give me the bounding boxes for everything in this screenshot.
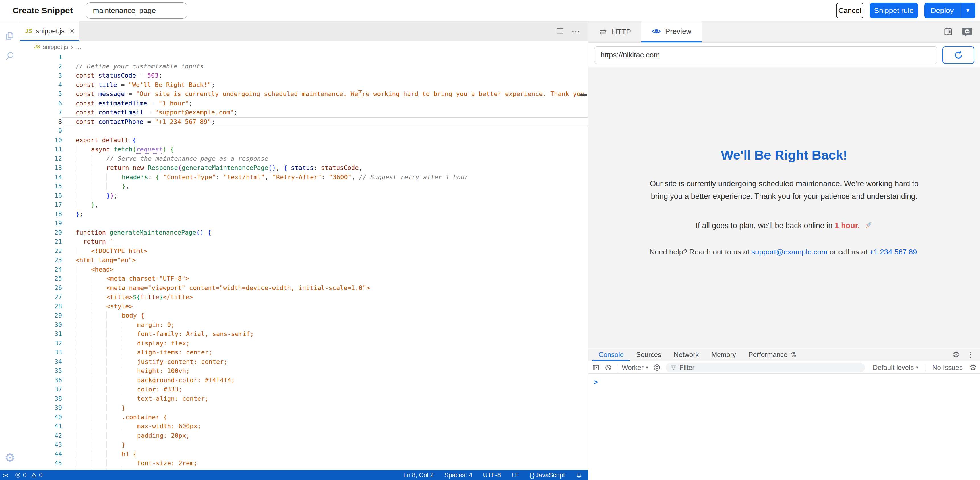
breadcrumb-more[interactable]: …: [76, 43, 82, 50]
code-line-22[interactable]: 22 <!DOCTYPE html>: [20, 247, 588, 256]
code-line-44[interactable]: 44 h1 {: [20, 450, 588, 459]
code-line-9[interactable]: 9: [20, 127, 588, 136]
line-number: 38: [20, 394, 62, 404]
code-line-14[interactable]: 14 headers: { "Content-Type": "text/html…: [20, 173, 588, 182]
code-line-31[interactable]: 31 font-family: Arial, sans-serif;: [20, 330, 588, 339]
discord-icon[interactable]: [962, 27, 973, 36]
tab-network[interactable]: Network: [667, 348, 705, 361]
language-label: JavaScript: [536, 472, 565, 479]
code-line-1[interactable]: 1: [20, 52, 588, 62]
code-line-8[interactable]: 8const contactPhone = "+1 234 567 89";: [20, 117, 588, 127]
code-line-13[interactable]: 13 return new Response(generateMaintenan…: [20, 163, 588, 173]
breadcrumb-file[interactable]: snippet.js: [43, 43, 68, 50]
tab-sources[interactable]: Sources: [630, 348, 667, 361]
tab-console[interactable]: Console: [592, 348, 630, 361]
breadcrumb-separator: ›: [71, 43, 73, 50]
settings-gear-icon[interactable]: ⚙: [5, 452, 15, 464]
code-line-39[interactable]: 39 }: [20, 403, 588, 413]
code-area[interactable]: 12// Define your customizable inputs3con…: [20, 52, 588, 470]
cancel-button[interactable]: Cancel: [836, 3, 864, 19]
more-actions-icon[interactable]: ⋯: [572, 27, 581, 36]
code-line-32[interactable]: 32 display: flex;: [20, 339, 588, 348]
code-line-11[interactable]: 11 async fetch(request) {: [20, 145, 588, 154]
snippet-rule-button[interactable]: Snippet rule: [870, 3, 918, 19]
files-icon[interactable]: [4, 29, 16, 42]
eol-setting[interactable]: LF: [512, 472, 519, 479]
code-line-40[interactable]: 40 .container {: [20, 413, 588, 422]
live-expression-eye-icon[interactable]: [653, 363, 661, 372]
code-line-26[interactable]: 26 <meta name="viewport" content="width=…: [20, 284, 588, 293]
code-line-30[interactable]: 30 margin: 0;: [20, 320, 588, 330]
code-line-29[interactable]: 29 body {: [20, 311, 588, 320]
editor-scrollbar-thumb[interactable]: [579, 94, 587, 96]
cursor-position[interactable]: Ln 8, Col 2: [403, 472, 433, 479]
support-email-link[interactable]: support@example.com: [751, 248, 827, 256]
snippet-name-input[interactable]: [86, 2, 187, 19]
refresh-button[interactable]: [942, 46, 974, 64]
code-line-41[interactable]: 41 max-width: 600px;: [20, 422, 588, 431]
code-line-33[interactable]: 33 align-items: center;: [20, 348, 588, 357]
tab-snippet-js[interactable]: JS snippet.js ×: [20, 21, 79, 41]
devtools-settings-icon[interactable]: ⚙: [952, 351, 959, 359]
problems-counter[interactable]: 0 0: [14, 472, 43, 479]
tab-performance[interactable]: Performance ⚗: [742, 348, 803, 361]
clear-console-icon[interactable]: [605, 364, 612, 372]
console-output[interactable]: >: [589, 374, 980, 480]
code-line-23[interactable]: 23<html lang="en">: [20, 256, 588, 265]
console-settings-icon[interactable]: ⚙: [969, 364, 977, 372]
code-line-28[interactable]: 28 <style>: [20, 302, 588, 311]
issues-counter[interactable]: No Issues: [932, 364, 963, 372]
deploy-dropdown-button[interactable]: ▾: [960, 3, 975, 19]
code-line-6[interactable]: 6const estimatedTime = "1 hour";: [20, 99, 588, 108]
code-line-15[interactable]: 15 },: [20, 182, 588, 191]
code-line-36[interactable]: 36 background-color: #f4f4f4;: [20, 376, 588, 385]
remote-indicator-icon[interactable]: ><: [3, 472, 7, 478]
code-line-5[interactable]: 5const message = "Our site is currently …: [20, 89, 588, 99]
code-line-34[interactable]: 34 justify-content: center;: [20, 357, 588, 367]
code-line-19[interactable]: 19: [20, 219, 588, 228]
code-line-7[interactable]: 7const contactEmail = "support@example.c…: [20, 108, 588, 117]
search-icon[interactable]: [4, 50, 16, 62]
log-levels-dropdown[interactable]: Default levels ▾: [873, 364, 918, 372]
breadcrumb[interactable]: JS snippet.js › …: [20, 41, 588, 52]
language-mode[interactable]: { } JavaScript: [530, 472, 565, 479]
tab-close-icon[interactable]: ×: [70, 27, 74, 35]
preview-url-input[interactable]: [594, 46, 937, 64]
tab-memory[interactable]: Memory: [705, 348, 742, 361]
deploy-button[interactable]: Deploy: [924, 3, 960, 19]
code-line-16[interactable]: 16 });: [20, 191, 588, 201]
console-prompt-chevron[interactable]: >: [593, 378, 598, 386]
devtools-menu-icon[interactable]: ⋮: [967, 350, 974, 359]
console-sidebar-toggle-icon[interactable]: [592, 364, 600, 372]
code-line-21[interactable]: 21 return `: [20, 237, 588, 247]
code-line-42[interactable]: 42 padding: 20px;: [20, 431, 588, 440]
tab-preview[interactable]: Preview: [641, 21, 702, 42]
indentation-setting[interactable]: Spaces: 4: [444, 472, 473, 479]
split-editor-icon[interactable]: [556, 27, 564, 35]
code-line-43[interactable]: 43 }: [20, 440, 588, 450]
code-line-27[interactable]: 27 <title>${title}</title>: [20, 293, 588, 302]
code-line-38[interactable]: 38 text-align: center;: [20, 394, 588, 404]
code-line-12[interactable]: 12 // Serve the maintenance page as a re…: [20, 154, 588, 163]
worker-context-dropdown[interactable]: Worker ▾: [622, 364, 648, 372]
code-line-20[interactable]: 20function generateMaintenancePage() {: [20, 228, 588, 238]
encoding-setting[interactable]: UTF-8: [483, 472, 501, 479]
code-line-45[interactable]: 45 font-size: 2rem;: [20, 459, 588, 468]
code-line-35[interactable]: 35 height: 100vh;: [20, 366, 588, 376]
docs-book-icon[interactable]: [943, 27, 953, 36]
code-line-18[interactable]: 18};: [20, 210, 588, 219]
code-line-24[interactable]: 24 <head>: [20, 265, 588, 274]
code-line-3[interactable]: 3const statusCode = 503;: [20, 71, 588, 80]
notifications-bell-icon[interactable]: [576, 472, 582, 478]
code-line-2[interactable]: 2// Define your customizable inputs: [20, 62, 588, 71]
console-filter-input[interactable]: Filter: [666, 363, 865, 372]
chevron-down-icon: ▾: [916, 365, 918, 370]
phone-link[interactable]: +1 234 567 89: [869, 248, 917, 256]
code-line-37[interactable]: 37 color: #333;: [20, 385, 588, 394]
code-line-25[interactable]: 25 <meta charset="UTF-8">: [20, 274, 588, 284]
code-line-17[interactable]: 17 },: [20, 200, 588, 210]
code-line-4[interactable]: 4const title = "We'll Be Right Back!";: [20, 80, 588, 90]
code-line-46[interactable]: 46 color: #0056b3;: [20, 468, 588, 470]
tab-http[interactable]: HTTP: [589, 21, 641, 42]
code-line-10[interactable]: 10export default {: [20, 136, 588, 145]
